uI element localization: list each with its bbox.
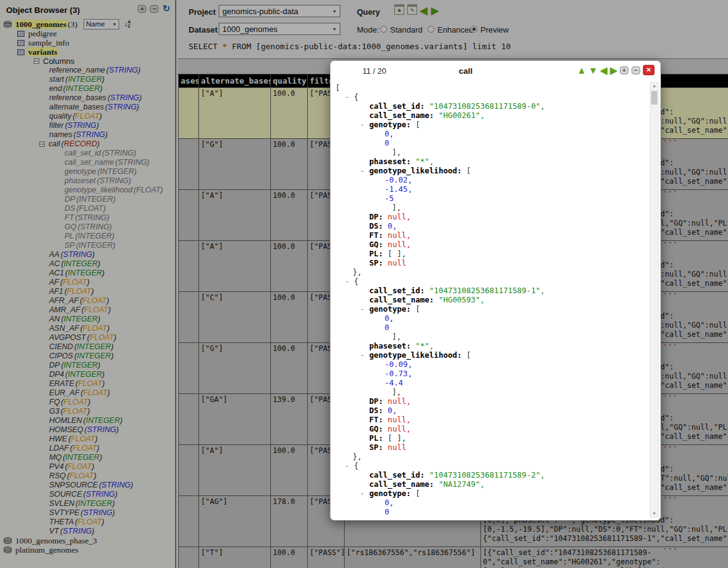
popup-header: 11 / 20 call ▲ ▼ ◀ ▶ + − ✕ (331, 61, 660, 81)
nav-up-icon[interactable]: ▲ (577, 65, 586, 75)
json-value: "10473108253681171589-1", (429, 286, 545, 295)
json-value: [ (466, 166, 471, 175)
json-value: -0.02, (385, 175, 412, 184)
json-value: 0, (385, 314, 394, 323)
json-line: call_set_name: "HG00261", (331, 111, 649, 120)
json-key: genotype: (369, 489, 415, 498)
json-key: phaseset: (369, 157, 415, 166)
app-window: Object Browser (3) + − ↻ 1000_genomes (3… (0, 0, 728, 568)
json-line: -{ (331, 92, 649, 101)
json-line: GQ: null, (331, 424, 649, 433)
collapse-node-icon[interactable]: - (360, 350, 369, 360)
nav-right-icon[interactable]: ▶ (610, 65, 617, 75)
json-value: "10473108253681171589-2", (429, 470, 545, 479)
json-value: "10473108253681171589-0", (429, 101, 545, 111)
json-line: ], (331, 203, 649, 212)
popup-scrollbar[interactable]: ▲ ▼ (650, 82, 659, 518)
json-key: call_set_id: (369, 286, 429, 295)
json-value: "NA12749", (439, 479, 485, 489)
popup-title: call (331, 66, 601, 76)
json-line: call_set_id: "10473108253681171589-0", (331, 101, 649, 111)
json-line: GQ: null, (331, 240, 649, 249)
json-key: genotype_likelihood: (369, 350, 466, 360)
json-line: -genotype: [ (331, 304, 649, 314)
json-line: -4.4 (331, 378, 649, 387)
collapse-json-icon[interactable]: − (632, 66, 640, 74)
json-value: null (388, 443, 406, 452)
json-line: 0 (331, 323, 649, 332)
collapse-node-icon[interactable]: - (345, 516, 354, 518)
json-value: [ (415, 120, 420, 129)
json-value: null, (388, 212, 411, 221)
json-value: -1.45, (385, 184, 412, 194)
collapse-node-icon[interactable]: - (360, 304, 369, 314)
json-key: call_set_name: (369, 479, 439, 489)
json-line: FT: null, (331, 231, 649, 240)
json-value: ], (392, 332, 401, 341)
json-line: ], (331, 148, 649, 157)
json-line: -genotype_likelihood: [ (331, 166, 649, 175)
json-value: -4.4 (385, 378, 403, 387)
scrollbar-thumb[interactable] (651, 91, 657, 105)
scroll-down-icon[interactable]: ▼ (651, 511, 658, 516)
collapse-node-icon[interactable]: - (345, 92, 354, 101)
json-key: SP: (369, 443, 388, 452)
nav-left-icon[interactable]: ◀ (600, 65, 607, 75)
json-value: 0 (385, 323, 389, 332)
collapse-node-icon[interactable]: - (360, 120, 369, 129)
collapse-node-icon[interactable]: - (345, 277, 354, 286)
json-key: DS: (369, 406, 388, 415)
json-value: null, (388, 415, 411, 424)
json-value: }, (353, 452, 362, 461)
json-value: [ (415, 489, 420, 498)
collapse-node-icon[interactable]: - (345, 461, 354, 470)
cell-viewer-popup: 11 / 20 call ▲ ▼ ◀ ▶ + − ✕ [-{call_set_i… (330, 60, 661, 521)
collapse-node-icon[interactable]: - (360, 166, 369, 175)
json-line: call_set_name: "NA12749", (331, 479, 649, 489)
json-key: GQ: (369, 424, 388, 433)
json-key: call_set_name: (369, 295, 439, 304)
json-key: PL: (369, 433, 388, 443)
json-value: 0 (385, 507, 389, 516)
json-line: 0, (331, 129, 649, 138)
json-line: SP: null (331, 443, 649, 452)
json-key: call_set_id: (369, 470, 429, 479)
json-value: 0 (385, 138, 389, 148)
json-value: [ ], (388, 433, 406, 443)
json-key: PL: (369, 249, 388, 258)
json-line: call_set_name: "HG00593", (331, 295, 649, 304)
json-line: DS: 0, (331, 406, 649, 415)
json-line: DP: null, (331, 212, 649, 221)
json-line: -genotype: [ (331, 120, 649, 129)
json-key: call_set_name: (369, 111, 439, 120)
json-line: phaseset: "*", (331, 157, 649, 166)
json-value: [ (335, 83, 340, 92)
json-value: "HG00593", (439, 295, 485, 304)
json-value: null (388, 258, 406, 267)
json-key: genotype_likelihood: (369, 166, 466, 175)
json-line: call_set_id: "10473108253681171589-1", (331, 286, 649, 295)
json-key: call_set_id: (369, 101, 429, 111)
json-key: FT: (369, 231, 388, 240)
json-value: null, (388, 240, 411, 249)
json-value: [ ], (388, 249, 406, 258)
json-value: "*", (415, 157, 434, 166)
json-key: FT: (369, 415, 388, 424)
json-line: PL: [ ], (331, 433, 649, 443)
json-value: -0.73, (385, 369, 412, 378)
json-line: 0, (331, 314, 649, 323)
json-value: ], (392, 148, 401, 157)
close-icon[interactable]: ✕ (643, 65, 654, 75)
json-line: -genotype: [ (331, 489, 649, 498)
json-key: genotype: (369, 120, 415, 129)
json-line: -{ (331, 277, 649, 286)
scroll-up-icon[interactable]: ▲ (651, 83, 658, 89)
json-value: { (354, 277, 359, 286)
json-line: SP: null (331, 258, 649, 267)
nav-down-icon[interactable]: ▼ (589, 65, 598, 75)
collapse-node-icon[interactable]: - (360, 489, 369, 498)
json-key: genotype: (369, 304, 415, 314)
json-value: 0, (385, 129, 394, 138)
json-line: -genotype_likelihood: [ (331, 350, 649, 360)
expand-json-icon[interactable]: + (620, 66, 628, 74)
